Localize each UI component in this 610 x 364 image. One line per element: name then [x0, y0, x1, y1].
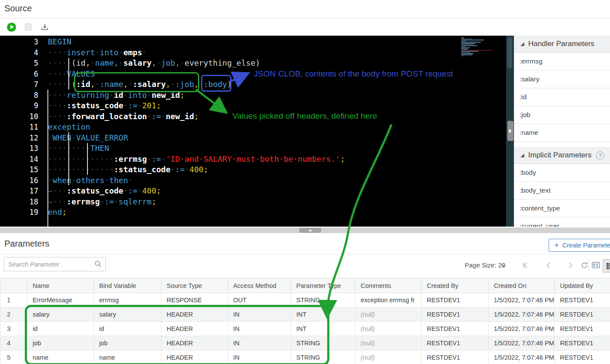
- help-icon[interactable]: ?: [596, 151, 604, 160]
- run-button[interactable]: [6, 21, 17, 33]
- table-header-row: NameBind VariableSource TypeAccess Metho…: [0, 278, 610, 293]
- line-number: 11: [0, 122, 38, 133]
- column-header[interactable]: Parameter Type: [291, 278, 355, 293]
- table-row-id[interactable]: 3ididHEADERININT(null)RESTDEV11/5/2022, …: [0, 322, 610, 336]
- page-size-selector[interactable]: Page Size: 20: [465, 261, 505, 269]
- column-header[interactable]: Created On: [489, 278, 555, 293]
- code-line-9: ····:status_code·:=·201;: [48, 100, 345, 111]
- minimap-line: [461, 41, 466, 42]
- cell: RESTDEV1: [422, 293, 489, 307]
- chevron-down-icon[interactable]: [501, 265, 506, 267]
- cell: (null): [355, 307, 422, 322]
- handler-parameters-title: Handler Parameters: [528, 40, 594, 48]
- minimap[interactable]: [461, 37, 503, 57]
- handler-param-errmsg[interactable]: :errmsg: [514, 53, 610, 70]
- cell: STRING: [291, 293, 355, 307]
- indent-guide: [68, 58, 69, 90]
- column-header[interactable]: Access Method: [228, 278, 291, 293]
- next-page-icon[interactable]: [566, 260, 575, 270]
- save-button[interactable]: [23, 21, 34, 33]
- cell: RESTDEV1: [555, 351, 610, 364]
- implicit-parameters-title: Implicit Parameters: [528, 151, 591, 160]
- collapse-editor-handle[interactable]: [299, 228, 321, 233]
- minimap-line: [461, 43, 476, 44]
- row-number: 3: [0, 322, 27, 336]
- cell: 1/5/2022, 7:07:46 PM: [489, 336, 555, 351]
- handler-param-id[interactable]: :id: [514, 88, 610, 106]
- minimap-line: [461, 51, 478, 52]
- implicit-param-content_type[interactable]: :content_type: [514, 200, 610, 217]
- divider: [0, 254, 610, 254]
- implicit-param-body[interactable]: :body: [514, 164, 610, 182]
- code-editor[interactable]: 345678910111213141516171819 BEGIN····ins…: [0, 36, 506, 227]
- column-header[interactable]: Name: [27, 278, 94, 293]
- handler-parameters-header[interactable]: Handler Parameters: [514, 36, 610, 53]
- editor-scrollbar[interactable]: [506, 36, 514, 227]
- implicit-parameters-header[interactable]: Implicit Parameters ?: [514, 147, 610, 164]
- cell: RESTDEV1: [422, 351, 489, 364]
- column-header[interactable]: Source Type: [161, 278, 228, 293]
- collapse-triangle-icon: [520, 154, 524, 157]
- column-header[interactable]: Comments: [355, 278, 422, 293]
- cell: HEADER: [161, 322, 228, 336]
- previous-page-icon[interactable]: [544, 260, 553, 270]
- first-page-icon[interactable]: [520, 260, 530, 270]
- code-line-7: ·····(:id,·:name,·:salary,·:job,·:body): [48, 79, 345, 90]
- minimap-line: [461, 47, 466, 47]
- cell: RESTDEV1: [422, 322, 489, 336]
- row-number: 4: [0, 336, 27, 351]
- implicit-parameters-list: :body:body_text:content_type:current_use…: [514, 164, 610, 227]
- minimap-line: [461, 47, 470, 48]
- implicit-param-body_text[interactable]: :body_text: [514, 182, 610, 200]
- handler-param-name[interactable]: :name: [514, 124, 610, 142]
- play-icon: [7, 23, 16, 32]
- code-line-18: →···:errmsg·:=·sqlerrm;: [48, 197, 345, 207]
- cell: id: [27, 322, 94, 336]
- cell: 1/5/2022, 7:07:46 PM: [489, 322, 555, 336]
- source-header: Source: [0, 0, 610, 18]
- refresh-icon[interactable]: [580, 260, 589, 270]
- card-view-button[interactable]: [590, 259, 602, 271]
- table-row-name[interactable]: 5namenameHEADERINSTRING(null)RESTDEV11/5…: [0, 351, 610, 364]
- collapse-triangle-icon: [520, 42, 524, 46]
- panel-expand-handle[interactable]: [507, 121, 513, 141]
- cell: STRING: [291, 336, 355, 351]
- column-header[interactable]: Bind Variable: [94, 278, 161, 293]
- cell: name: [94, 351, 161, 364]
- search-parameter-input[interactable]: [7, 257, 92, 271]
- grid-view-button[interactable]: [603, 259, 610, 273]
- minimap-line: [461, 50, 493, 51]
- handler-param-job[interactable]: :job: [514, 106, 610, 124]
- column-header[interactable]: [0, 278, 27, 293]
- code-line-6: ····VALUES: [48, 69, 345, 80]
- download-button[interactable]: [39, 21, 50, 33]
- line-number: 19: [0, 207, 38, 218]
- implicit-param-current_user[interactable]: :current_user: [514, 217, 610, 227]
- line-number: 17: [0, 186, 38, 197]
- parameters-title: Parameters: [4, 239, 49, 249]
- divider: [588, 260, 589, 271]
- minimap-line: [461, 54, 473, 55]
- indent-guide: [47, 90, 48, 227]
- cell: RESPONSE: [161, 293, 228, 307]
- cell: RESTDEV1: [422, 336, 489, 351]
- cell: IN: [228, 351, 291, 364]
- line-number: 4: [0, 47, 38, 58]
- line-number: 7: [0, 79, 38, 90]
- column-header[interactable]: Updated By: [555, 278, 610, 293]
- code-line-14: ··············:errmsg·:=·'ID·and·SALARY·…: [48, 154, 345, 165]
- table-row-ErrorMessage[interactable]: 1ErrorMessageerrmsgRESPONSEOUTSTRINGexce…: [0, 293, 610, 307]
- create-parameter-button[interactable]: + Create Parameter: [549, 239, 610, 252]
- column-header[interactable]: Created By: [422, 278, 489, 293]
- editor-collapse-band: [0, 227, 610, 233]
- table-row-salary[interactable]: 2salarysalaryHEADERININT(null)RESTDEV11/…: [0, 307, 610, 322]
- minimap-line: [461, 56, 463, 57]
- minimap-line: [461, 37, 464, 38]
- scrollbar-thumb[interactable]: [507, 37, 512, 69]
- table-row-job[interactable]: 4jobjobHEADERINSTRING(null)RESTDEV11/5/2…: [0, 336, 610, 351]
- handler-param-salary[interactable]: :salary: [514, 70, 610, 88]
- cell: IN: [228, 307, 291, 322]
- cell: id: [94, 322, 161, 336]
- code-line-19: end;: [48, 207, 345, 218]
- search-icon[interactable]: [94, 260, 102, 270]
